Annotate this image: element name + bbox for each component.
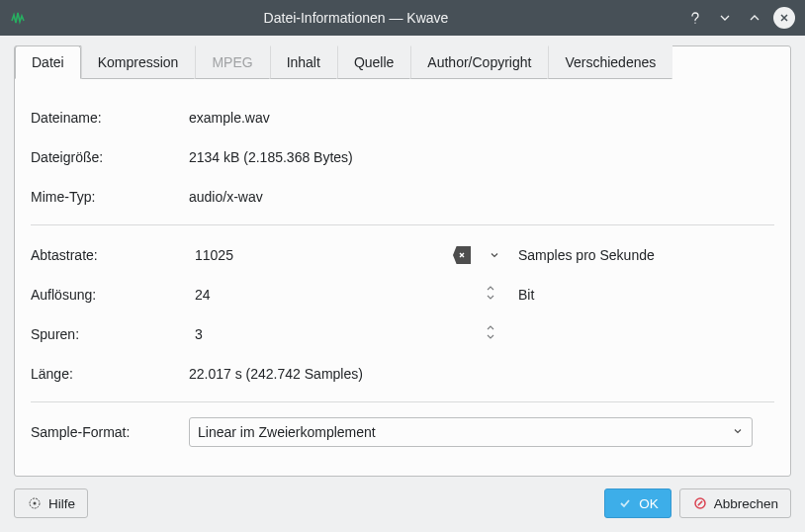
label-tracks: Spuren: [31,326,189,342]
close-button[interactable] [773,7,795,29]
tab-author[interactable]: Author/Copyright [410,45,548,79]
label-sampleformat: Sample-Format: [31,424,189,440]
cancel-button[interactable]: Abbrechen [679,488,791,518]
ok-button[interactable]: OK [604,488,671,518]
samplerate-unit: Samples pro Sekunde [518,247,655,263]
cancel-label: Abbrechen [714,496,778,511]
tab-misc[interactable]: Verschiedenes [548,45,672,79]
resolution-unit: Bit [518,287,534,303]
separator [31,401,774,402]
label-resolution: Auflösung: [31,287,189,303]
label-filesize: Dateigröße: [31,149,189,165]
tracks-input[interactable] [189,321,439,348]
titlebar: Datei-Informationen — Kwave [0,0,805,36]
tab-panel-file: Dateiname: example.wav Dateigröße: 2134 … [15,80,790,476]
tabbar: Datei Kompression MPEG Inhalt Quelle Aut… [15,46,790,80]
tab-compression[interactable]: Kompression [81,45,196,79]
value-length: 22.017 s (242.742 Samples) [189,366,774,382]
cancel-icon [692,495,708,511]
app-icon [10,9,28,27]
resolution-input[interactable] [189,282,439,309]
samplerate-input[interactable] [189,242,439,269]
tab-mpeg: MPEG [195,45,269,79]
label-length: Länge: [31,366,189,382]
tracks-spinner[interactable] [485,322,504,346]
maximize-button[interactable] [744,7,765,29]
minimize-button[interactable] [714,7,736,29]
tab-container: Datei Kompression MPEG Inhalt Quelle Aut… [14,45,791,477]
label-filename: Dateiname: [31,110,189,126]
sampleformat-value: Linear im Zweierkomplement [198,424,732,440]
dialog-footer: Hilfe OK Abbrechen [14,488,791,518]
help-button[interactable]: Hilfe [14,488,88,518]
tab-source[interactable]: Quelle [337,45,410,79]
svg-point-1 [34,502,37,505]
help-button[interactable] [684,7,706,29]
clear-icon[interactable] [453,246,471,264]
help-label: Hilfe [48,496,75,511]
help-icon [27,495,43,511]
chevron-down-icon[interactable] [485,245,504,265]
window-title: Datei-Informationen — Kwave [36,10,676,26]
check-icon [617,495,633,511]
tab-content[interactable]: Inhalt [270,45,337,79]
sampleformat-combo[interactable]: Linear im Zweierkomplement [189,417,753,447]
label-mimetype: Mime-Typ: [31,189,189,205]
value-filesize: 2134 kB (2.185.368 Bytes) [189,149,774,165]
value-mimetype: audio/x-wav [189,189,774,205]
resolution-spinner[interactable] [485,283,504,307]
ok-label: OK [639,496,659,511]
label-samplerate: Abtastrate: [31,247,189,263]
separator [31,224,774,225]
chevron-down-icon [732,424,744,440]
tab-file[interactable]: Datei [15,45,81,79]
value-filename: example.wav [189,110,774,126]
